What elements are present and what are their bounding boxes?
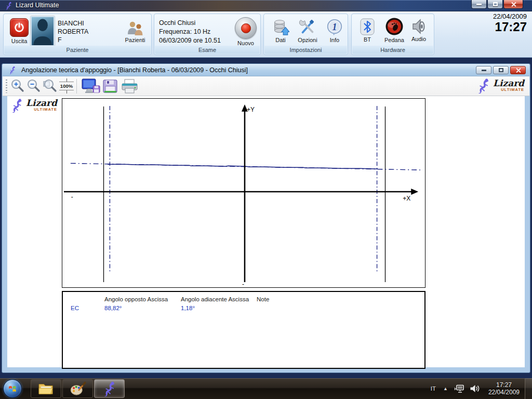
zoom-selection-icon [42, 78, 58, 94]
zoom-100-button[interactable]: 100% [57, 78, 76, 94]
dati-label: Dati [275, 37, 286, 43]
audio-button[interactable]: Audio [408, 18, 430, 42]
opzioni-label: Opzioni [298, 37, 317, 43]
export-screen-button[interactable] [82, 78, 100, 94]
minimize-button[interactable] [471, 0, 487, 9]
pedana-label: Pedana [384, 37, 404, 43]
mdi-close-icon [515, 68, 521, 73]
record-icon [235, 17, 257, 39]
patients-icon [126, 20, 144, 36]
col-header-angolo-adiacente: Angolo adiacente Ascissa [181, 296, 249, 302]
patient-firstname: ROBERTA [58, 28, 88, 36]
footboard-icon [385, 17, 404, 36]
start-button[interactable] [3, 379, 22, 398]
group-label-esame: Esame [155, 46, 260, 54]
mdi-window: Angolazione teorica d'appoggio - [Bianch… [2, 63, 530, 373]
main-window-title: Lizard Ultimate [16, 2, 59, 9]
zoom-selection-button[interactable] [42, 78, 58, 94]
maximize-button[interactable] [487, 0, 503, 9]
windows-flag-icon [7, 383, 18, 394]
logo-name: Lizard [493, 79, 524, 87]
patient-photo[interactable] [31, 16, 55, 46]
mdi-minimize-button[interactable] [476, 66, 491, 74]
close-icon [511, 2, 516, 7]
patient-name: BIANCHI ROBERTA F [58, 19, 88, 44]
zoom-100-label: 100% [59, 82, 74, 90]
pazienti-button[interactable]: Pazienti [121, 20, 149, 43]
group-esame: Occhi Chiusi Frequenza: 10 Hz 06/03/2009… [154, 14, 261, 55]
toolbar-grip[interactable] [6, 79, 7, 93]
tools-icon [299, 18, 316, 36]
group-impostazioni: Dati Opzioni 1 Info [263, 14, 348, 55]
desktop-screen: Lizard Ultimate Uscita [0, 0, 532, 399]
bluetooth-icon [360, 18, 375, 35]
exam-type: Occhi Chiusi [159, 19, 221, 28]
language-indicator[interactable]: IT [431, 385, 436, 392]
tray-expand-icon[interactable]: ▲ [443, 386, 448, 391]
network-icon[interactable] [454, 384, 464, 393]
volume-icon[interactable] [470, 384, 480, 393]
toolbar-separator [76, 79, 77, 94]
svg-text:-: - [242, 281, 244, 287]
taskbar: IT ▲ 17:27 22/04/2009 [0, 378, 532, 399]
taskbar-lizard-button[interactable] [94, 379, 125, 398]
bt-button[interactable]: BT [357, 18, 378, 43]
status-time: 17:27 [493, 20, 527, 34]
mdi-lizard-icon [8, 66, 17, 74]
mdi-minimize-icon [482, 70, 486, 71]
group-hardware: BT Pedana [351, 14, 434, 55]
speaker-icon [411, 18, 427, 35]
tray-clock[interactable]: 17:27 22/04/2009 [488, 381, 520, 396]
mdi-restore-button[interactable] [493, 66, 509, 74]
status-date: 22/04/2009 [493, 12, 527, 20]
info-button[interactable]: 1 Info [323, 18, 346, 43]
lizard-watermark-logo: Lizard ULTIMATE [10, 98, 57, 113]
opzioni-button[interactable]: Opzioni [294, 18, 321, 43]
main-window-controls [471, 0, 523, 9]
info-icon: 1 [326, 18, 343, 36]
zoom-100-tick-bottom [66, 90, 67, 94]
nuovo-button[interactable]: Nuovo [233, 17, 258, 46]
floppy-save-icon [102, 78, 119, 94]
zoom-in-button[interactable] [10, 78, 25, 94]
audio-label: Audio [411, 36, 426, 42]
close-button[interactable] [503, 0, 523, 9]
printer-icon [121, 78, 139, 94]
row-angolo-adiacente: 1,18° [181, 305, 195, 311]
group-label-impostazioni: Impostazioni [264, 46, 347, 54]
group-label-paziente: Paziente [4, 46, 151, 54]
dati-button[interactable]: Dati [268, 18, 293, 43]
results-table: Angolo opposto Ascissa Angolo adiacente … [62, 291, 425, 369]
pedana-button[interactable]: Pedana [381, 17, 408, 43]
mdi-title: Angolazione teorica d'appoggio - [Bianch… [21, 66, 248, 74]
mdi-window-controls [476, 66, 526, 74]
show-desktop-button[interactable] [525, 378, 532, 399]
mdi-close-button[interactable] [510, 66, 526, 74]
zoom-out-button[interactable] [26, 78, 42, 94]
lizard-logo-text: Lizard ULTIMATE [493, 79, 524, 92]
app-lizard-icon [5, 2, 13, 10]
exam-frequency: Frequenza: 10 Hz [159, 28, 221, 36]
power-glyph [13, 21, 25, 34]
uscita-button[interactable]: Uscita [7, 18, 31, 44]
chart-canvas: +Y+X-- [62, 99, 425, 287]
zoom-out-icon [26, 78, 42, 94]
taskbar-explorer-button[interactable] [31, 379, 61, 398]
exam-datetime: 06/03/2009 ore 10.51 [159, 36, 221, 45]
ribbon-toolbar: Uscita BIANCHI ROBERTA F [0, 11, 532, 58]
print-button[interactable] [121, 78, 139, 94]
svg-text:+Y: +Y [247, 106, 255, 113]
angle-chart: +Y+X-- [62, 98, 425, 288]
watermark-subtitle: ULTIMATE [34, 107, 57, 112]
paint-palette-icon [70, 381, 86, 396]
group-label-hardware: Hardware [352, 46, 433, 54]
row-code: EC [71, 305, 79, 311]
zoom-in-icon [10, 78, 25, 94]
tray-time: 17:27 [488, 381, 520, 389]
save-report-button[interactable] [102, 78, 119, 94]
taskbar-paint-button[interactable] [62, 379, 93, 398]
svg-text:-: - [71, 193, 73, 201]
patient-sex: F [58, 36, 88, 44]
system-tray: IT ▲ 17:27 22/04/2009 [431, 378, 532, 399]
watermark-name: Lizard [26, 99, 57, 107]
